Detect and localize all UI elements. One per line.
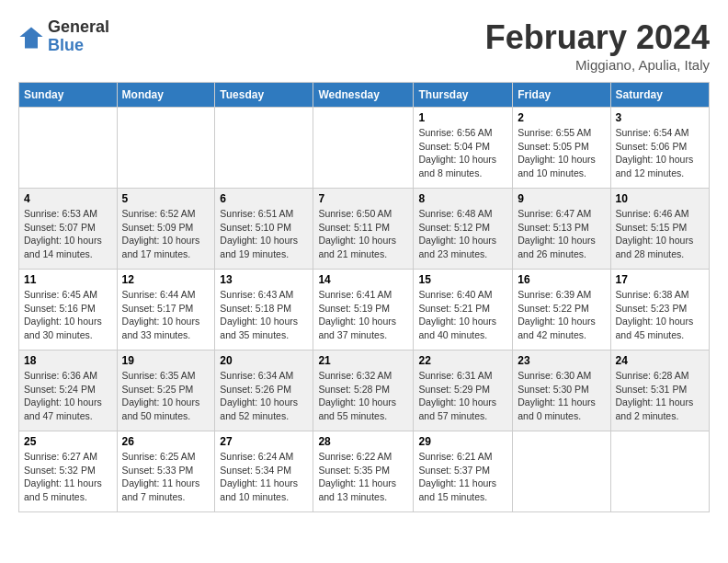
day-number: 29 [418, 435, 507, 448]
day-number: 23 [518, 354, 605, 367]
day-info: Sunrise: 6:44 AM Sunset: 5:17 PM Dayligh… [122, 288, 210, 342]
day-info: Sunrise: 6:47 AM Sunset: 5:13 PM Dayligh… [518, 207, 605, 261]
month-title: February 2024 [485, 18, 710, 57]
calendar-cell: 12Sunrise: 6:44 AM Sunset: 5:17 PM Dayli… [117, 270, 215, 350]
day-info: Sunrise: 6:54 AM Sunset: 5:06 PM Dayligh… [616, 126, 705, 180]
calendar-week-5: 25Sunrise: 6:27 AM Sunset: 5:32 PM Dayli… [19, 431, 710, 512]
day-info: Sunrise: 6:48 AM Sunset: 5:12 PM Dayligh… [418, 207, 507, 261]
day-number: 11 [24, 273, 112, 286]
calendar-cell: 27Sunrise: 6:24 AM Sunset: 5:34 PM Dayli… [215, 431, 313, 512]
calendar-cell: 2Sunrise: 6:55 AM Sunset: 5:05 PM Daylig… [513, 108, 610, 189]
calendar-cell [215, 108, 313, 189]
day-number: 2 [518, 111, 605, 124]
day-number: 18 [24, 354, 112, 367]
day-info: Sunrise: 6:32 AM Sunset: 5:28 PM Dayligh… [318, 369, 408, 423]
day-info: Sunrise: 6:34 AM Sunset: 5:26 PM Dayligh… [220, 369, 308, 423]
day-number: 4 [24, 192, 112, 205]
calendar-cell: 9Sunrise: 6:47 AM Sunset: 5:13 PM Daylig… [513, 189, 610, 270]
day-number: 14 [318, 273, 408, 286]
calendar-cell: 18Sunrise: 6:36 AM Sunset: 5:24 PM Dayli… [19, 350, 118, 431]
day-number: 6 [220, 192, 308, 205]
day-info: Sunrise: 6:35 AM Sunset: 5:25 PM Dayligh… [122, 369, 210, 423]
day-number: 7 [318, 192, 408, 205]
header-sunday: Sunday [19, 83, 118, 108]
calendar-cell: 21Sunrise: 6:32 AM Sunset: 5:28 PM Dayli… [313, 350, 414, 431]
day-number: 22 [418, 354, 507, 367]
logo: General Blue [18, 18, 109, 55]
day-number: 27 [220, 435, 308, 448]
calendar-cell: 5Sunrise: 6:52 AM Sunset: 5:09 PM Daylig… [117, 189, 215, 270]
day-number: 8 [418, 192, 507, 205]
calendar-week-3: 11Sunrise: 6:45 AM Sunset: 5:16 PM Dayli… [19, 270, 710, 350]
svg-marker-0 [19, 27, 42, 48]
title-block: February 2024 Miggiano, Apulia, Italy [485, 18, 710, 73]
calendar-cell: 4Sunrise: 6:53 AM Sunset: 5:07 PM Daylig… [19, 189, 118, 270]
calendar-cell: 1Sunrise: 6:56 AM Sunset: 5:04 PM Daylig… [414, 108, 513, 189]
calendar-cell: 14Sunrise: 6:41 AM Sunset: 5:19 PM Dayli… [313, 270, 414, 350]
calendar-cell: 20Sunrise: 6:34 AM Sunset: 5:26 PM Dayli… [215, 350, 313, 431]
day-number: 3 [616, 111, 705, 124]
page-header: General Blue February 2024 Miggiano, Apu… [18, 18, 710, 73]
calendar-cell: 28Sunrise: 6:22 AM Sunset: 5:35 PM Dayli… [313, 431, 414, 512]
logo-text: General Blue [48, 18, 109, 55]
day-number: 9 [518, 192, 605, 205]
day-info: Sunrise: 6:43 AM Sunset: 5:18 PM Dayligh… [220, 288, 308, 342]
calendar-cell: 6Sunrise: 6:51 AM Sunset: 5:10 PM Daylig… [215, 189, 313, 270]
day-info: Sunrise: 6:24 AM Sunset: 5:34 PM Dayligh… [220, 450, 308, 504]
calendar-cell: 22Sunrise: 6:31 AM Sunset: 5:29 PM Dayli… [414, 350, 513, 431]
day-number: 5 [122, 192, 210, 205]
logo-blue: Blue [48, 37, 109, 55]
calendar-cell: 8Sunrise: 6:48 AM Sunset: 5:12 PM Daylig… [414, 189, 513, 270]
day-info: Sunrise: 6:30 AM Sunset: 5:30 PM Dayligh… [518, 369, 605, 423]
calendar-body: 1Sunrise: 6:56 AM Sunset: 5:04 PM Daylig… [19, 108, 710, 512]
day-info: Sunrise: 6:50 AM Sunset: 5:11 PM Dayligh… [318, 207, 408, 261]
header-saturday: Saturday [610, 83, 710, 108]
calendar-table: SundayMondayTuesdayWednesdayThursdayFrid… [18, 82, 710, 512]
calendar-week-4: 18Sunrise: 6:36 AM Sunset: 5:24 PM Dayli… [19, 350, 710, 431]
day-number: 15 [418, 273, 507, 286]
logo-icon [18, 24, 44, 50]
calendar-cell: 13Sunrise: 6:43 AM Sunset: 5:18 PM Dayli… [215, 270, 313, 350]
day-info: Sunrise: 6:25 AM Sunset: 5:33 PM Dayligh… [122, 450, 210, 504]
day-info: Sunrise: 6:51 AM Sunset: 5:10 PM Dayligh… [220, 207, 308, 261]
calendar-cell: 15Sunrise: 6:40 AM Sunset: 5:21 PM Dayli… [414, 270, 513, 350]
calendar-cell [513, 431, 610, 512]
day-number: 13 [220, 273, 308, 286]
day-info: Sunrise: 6:40 AM Sunset: 5:21 PM Dayligh… [418, 288, 507, 342]
day-info: Sunrise: 6:45 AM Sunset: 5:16 PM Dayligh… [24, 288, 112, 342]
calendar-cell: 10Sunrise: 6:46 AM Sunset: 5:15 PM Dayli… [610, 189, 710, 270]
day-number: 28 [318, 435, 408, 448]
calendar-cell: 16Sunrise: 6:39 AM Sunset: 5:22 PM Dayli… [513, 270, 610, 350]
day-info: Sunrise: 6:53 AM Sunset: 5:07 PM Dayligh… [24, 207, 112, 261]
calendar-cell [313, 108, 414, 189]
logo-general: General [48, 18, 109, 37]
day-info: Sunrise: 6:41 AM Sunset: 5:19 PM Dayligh… [318, 288, 408, 342]
day-number: 26 [122, 435, 210, 448]
location: Miggiano, Apulia, Italy [485, 57, 710, 73]
calendar-cell [117, 108, 215, 189]
day-number: 17 [616, 273, 705, 286]
day-info: Sunrise: 6:31 AM Sunset: 5:29 PM Dayligh… [418, 369, 507, 423]
day-info: Sunrise: 6:22 AM Sunset: 5:35 PM Dayligh… [318, 450, 408, 504]
header-tuesday: Tuesday [215, 83, 313, 108]
day-number: 25 [24, 435, 112, 448]
day-number: 16 [518, 273, 605, 286]
calendar-cell: 17Sunrise: 6:38 AM Sunset: 5:23 PM Dayli… [610, 270, 710, 350]
day-number: 24 [616, 354, 705, 367]
header-friday: Friday [513, 83, 610, 108]
calendar-cell: 25Sunrise: 6:27 AM Sunset: 5:32 PM Dayli… [19, 431, 118, 512]
calendar-cell: 24Sunrise: 6:28 AM Sunset: 5:31 PM Dayli… [610, 350, 710, 431]
calendar-cell [610, 431, 710, 512]
day-number: 10 [616, 192, 705, 205]
day-number: 21 [318, 354, 408, 367]
day-info: Sunrise: 6:56 AM Sunset: 5:04 PM Dayligh… [418, 126, 507, 180]
day-number: 19 [122, 354, 210, 367]
day-info: Sunrise: 6:55 AM Sunset: 5:05 PM Dayligh… [518, 126, 605, 180]
calendar-week-1: 1Sunrise: 6:56 AM Sunset: 5:04 PM Daylig… [19, 108, 710, 189]
calendar-week-2: 4Sunrise: 6:53 AM Sunset: 5:07 PM Daylig… [19, 189, 710, 270]
header-wednesday: Wednesday [313, 83, 414, 108]
calendar-cell: 23Sunrise: 6:30 AM Sunset: 5:30 PM Dayli… [513, 350, 610, 431]
day-info: Sunrise: 6:36 AM Sunset: 5:24 PM Dayligh… [24, 369, 112, 423]
day-info: Sunrise: 6:52 AM Sunset: 5:09 PM Dayligh… [122, 207, 210, 261]
calendar-cell: 29Sunrise: 6:21 AM Sunset: 5:37 PM Dayli… [414, 431, 513, 512]
